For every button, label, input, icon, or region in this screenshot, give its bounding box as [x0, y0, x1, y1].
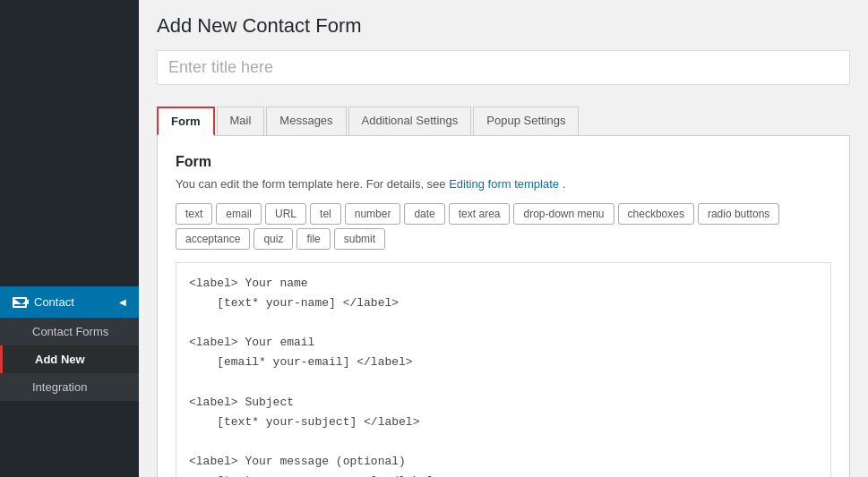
code-area[interactable]: <label> Your name [text* your-name] </la… — [176, 262, 831, 477]
tag-btn-radio-buttons[interactable]: radio buttons — [698, 203, 779, 225]
tag-btn-tel[interactable]: tel — [310, 203, 341, 225]
tag-btn-email[interactable]: email — [216, 203, 262, 225]
sidebar-submenu: Contact Forms Add New Integration — [0, 318, 139, 401]
tag-btn-text[interactable]: text — [176, 203, 212, 225]
tag-btn-submit[interactable]: submit — [334, 228, 385, 250]
page-title: Add New Contact Form — [157, 14, 850, 38]
tag-btn-text-area[interactable]: text area — [449, 203, 511, 225]
sidebar-item-contact-forms[interactable]: Contact Forms — [0, 318, 139, 345]
chevron-icon: ◀ — [119, 297, 126, 307]
sidebar-top: Contact ◀ Contact Forms Add New Integrat… — [0, 0, 139, 477]
form-section-title: Form — [176, 154, 831, 170]
tag-btn-URL[interactable]: URL — [265, 203, 306, 225]
sidebar-item-contact[interactable]: Contact ◀ — [0, 286, 139, 318]
tag-btn-acceptance[interactable]: acceptance — [176, 228, 250, 250]
tag-btn-quiz[interactable]: quiz — [254, 228, 293, 250]
page-header: Add New Contact Form — [139, 0, 868, 94]
tab-mail[interactable]: Mail — [217, 106, 265, 135]
sidebar-item-integration[interactable]: Integration — [0, 373, 139, 401]
tab-form[interactable]: Form — [157, 106, 215, 136]
main-content: Add New Contact Form Form Mail Messages … — [139, 0, 868, 477]
tag-btn-checkboxes[interactable]: checkboxes — [618, 203, 694, 225]
tag-btn-file[interactable]: file — [296, 228, 330, 250]
editing-form-template-link[interactable]: Editing form template — [449, 177, 559, 191]
tag-btn-number[interactable]: number — [345, 203, 401, 225]
envelope-icon — [13, 297, 27, 308]
tab-bar: Form Mail Messages Additional Settings P… — [157, 106, 850, 136]
tab-popup-settings[interactable]: Popup Settings — [473, 106, 579, 135]
sidebar: Contact ◀ Contact Forms Add New Integrat… — [0, 0, 139, 477]
tag-btn-drop-down-menu[interactable]: drop-down menu — [513, 203, 614, 225]
tab-additional-settings[interactable]: Additional Settings — [348, 106, 472, 135]
form-description: You can edit the form template here. For… — [176, 177, 831, 191]
title-input[interactable] — [157, 50, 850, 85]
form-panel: Form You can edit the form template here… — [157, 136, 850, 477]
tab-messages[interactable]: Messages — [266, 106, 346, 135]
sidebar-contact-label: Contact — [34, 295, 74, 309]
sidebar-item-add-new[interactable]: Add New — [0, 345, 139, 373]
tag-buttons: textemailURLtelnumberdatetext areadrop-d… — [176, 203, 831, 250]
tag-btn-date[interactable]: date — [404, 203, 444, 225]
